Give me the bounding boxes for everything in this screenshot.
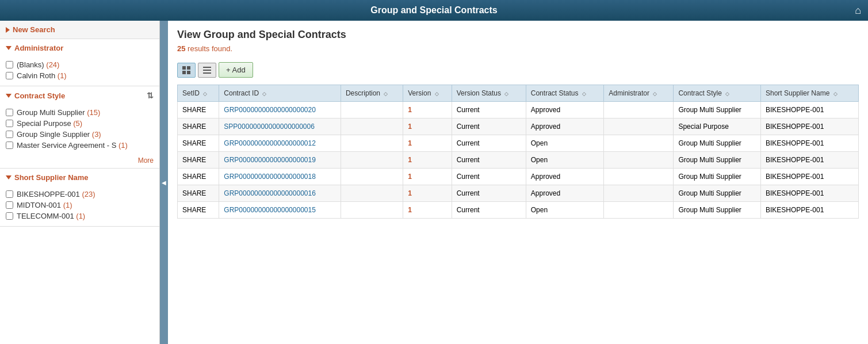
midton-checkbox[interactable] (6, 201, 13, 209)
table-row: SHAREGRP000000000000000000161CurrentAppr… (178, 185, 859, 202)
administrator-header[interactable]: Administrator (0, 39, 159, 57)
special-purpose-checkbox[interactable] (6, 120, 13, 127)
contract-status-sort-icon[interactable]: ◇ (582, 91, 586, 97)
list-item: (Blanks) (24) (6, 59, 154, 70)
collapse-icon: ◀ (162, 179, 166, 186)
svg-rect-4 (203, 67, 211, 68)
cell-contract-id[interactable]: GRP00000000000000000015 (219, 202, 341, 219)
list-view-button[interactable] (198, 63, 216, 78)
cell-version: 1 (403, 135, 452, 152)
cell-version: 1 (403, 185, 452, 202)
cell-contract-id[interactable]: GRP00000000000000000020 (219, 102, 341, 119)
list-item: Calvin Roth (1) (6, 70, 154, 81)
cell-contract-style: Group Multi Supplier (674, 135, 761, 152)
group-single-label[interactable]: Group Single Supplier (3) (17, 130, 101, 139)
cell-contract-status: Open (526, 135, 604, 152)
cell-setid: SHARE (178, 185, 219, 202)
blanks-label[interactable]: (Blanks) (24) (17, 60, 59, 69)
short-supplier-header[interactable]: Short Supplier Name (0, 169, 159, 186)
svg-rect-5 (203, 70, 211, 71)
supplier-sort-icon[interactable]: ◇ (833, 91, 838, 97)
cell-contract-id[interactable]: GRP00000000000000000016 (219, 185, 341, 202)
contract-style-items: Group Multi Supplier (15) Special Purpos… (0, 105, 159, 155)
list-item: Group Multi Supplier (15) (6, 107, 154, 118)
sidebar: New Search Administrator (Blanks) (24) C… (0, 21, 160, 344)
cell-setid: SHARE (178, 119, 219, 135)
cell-version: 1 (403, 169, 452, 185)
contract-style-section: Contract Style ⇅ Group Multi Supplier (1… (0, 86, 159, 169)
cell-contract-id[interactable]: GRP00000000000000000012 (219, 135, 341, 152)
home-icon[interactable]: ⌂ (855, 5, 861, 17)
blanks-checkbox[interactable] (6, 61, 13, 68)
results-number: 25 (177, 44, 185, 53)
telecomm-label[interactable]: TELECOMM-001 (1) (17, 212, 85, 220)
results-text: results found. (185, 44, 232, 53)
col-contract-style: Contract Style ◇ (674, 85, 761, 102)
calvin-roth-checkbox[interactable] (6, 72, 13, 79)
msa-checkbox[interactable] (6, 142, 13, 149)
group-multi-label[interactable]: Group Multi Supplier (15) (17, 108, 100, 117)
more-link[interactable]: More (0, 155, 159, 168)
col-contract-id: Contract ID ◇ (219, 85, 341, 102)
cell-contract-id[interactable]: GRP00000000000000000018 (219, 169, 341, 185)
cell-short-supplier-name: BIKESHOPPE-001 (760, 185, 858, 202)
cell-description (341, 119, 403, 135)
bikeshoppe-label[interactable]: BIKESHOPPE-001 (23) (17, 190, 95, 198)
special-purpose-label[interactable]: Special Purpose (5) (17, 119, 82, 128)
cell-description (341, 202, 403, 219)
cell-contract-style: Group Multi Supplier (674, 152, 761, 169)
cell-short-supplier-name: BIKESHOPPE-001 (760, 135, 858, 152)
list-item: BIKESHOPPE-001 (23) (6, 189, 154, 200)
new-search-button[interactable]: New Search (0, 21, 159, 39)
svg-rect-2 (182, 71, 186, 74)
group-single-checkbox[interactable] (6, 131, 13, 138)
cell-setid: SHARE (178, 152, 219, 169)
version-sort-icon[interactable]: ◇ (435, 91, 439, 97)
content-area: View Group and Special Contracts 25 resu… (168, 21, 868, 344)
cell-setid: SHARE (178, 102, 219, 119)
cell-contract-status: Approved (526, 169, 604, 185)
sidebar-collapse-handle[interactable]: ◀ (160, 21, 168, 344)
cell-contract-style: Group Multi Supplier (674, 169, 761, 185)
setid-sort-icon[interactable]: ◇ (203, 91, 207, 97)
svg-rect-1 (187, 66, 190, 70)
cell-version: 1 (403, 152, 452, 169)
cell-contract-status: Approved (526, 185, 604, 202)
grid-view-button[interactable] (177, 63, 196, 78)
cell-administrator (604, 135, 674, 152)
cell-version: 1 (403, 119, 452, 135)
cell-short-supplier-name: BIKESHOPPE-001 (760, 202, 858, 219)
description-sort-icon[interactable]: ◇ (384, 91, 388, 97)
telecomm-checkbox[interactable] (6, 212, 13, 220)
administrator-toggle-icon (6, 46, 12, 50)
cell-short-supplier-name: BIKESHOPPE-001 (760, 152, 858, 169)
cell-setid: SHARE (178, 135, 219, 152)
supplier-items: BIKESHOPPE-001 (23) MIDTON-001 (1) TELEC… (0, 186, 159, 226)
bikeshoppe-checkbox[interactable] (6, 190, 13, 198)
add-button[interactable]: + Add (219, 62, 253, 78)
short-supplier-section: Short Supplier Name BIKESHOPPE-001 (23) … (0, 169, 159, 227)
cell-description (341, 185, 403, 202)
contract-style-sort-icon[interactable]: ◇ (725, 91, 729, 97)
col-contract-status: Contract Status ◇ (526, 85, 604, 102)
app-header: Group and Special Contracts ⌂ (0, 0, 868, 21)
contract-style-header[interactable]: Contract Style ⇅ (0, 86, 159, 105)
col-short-supplier-name: Short Supplier Name ◇ (760, 85, 858, 102)
midton-label[interactable]: MIDTON-001 (1) (17, 201, 72, 209)
table-row: SHAREGRP000000000000000000181CurrentAppr… (178, 169, 859, 185)
grid-icon (182, 66, 191, 75)
calvin-roth-label[interactable]: Calvin Roth (1) (17, 71, 67, 80)
cell-administrator (604, 169, 674, 185)
contract-id-sort-icon[interactable]: ◇ (262, 91, 266, 97)
cell-description (341, 152, 403, 169)
administrator-sort-icon[interactable]: ◇ (653, 91, 657, 97)
list-icon (202, 66, 212, 75)
cell-short-supplier-name: BIKESHOPPE-001 (760, 169, 858, 185)
contract-style-label: Contract Style (14, 91, 65, 100)
msa-label[interactable]: Master Service Agreement - S (1) (17, 141, 128, 150)
cell-contract-id[interactable]: SPP00000000000000000006 (219, 119, 341, 135)
version-status-sort-icon[interactable]: ◇ (504, 91, 508, 97)
group-multi-checkbox[interactable] (6, 109, 13, 116)
version-value: 1 (408, 106, 412, 114)
cell-contract-id[interactable]: GRP00000000000000000019 (219, 152, 341, 169)
